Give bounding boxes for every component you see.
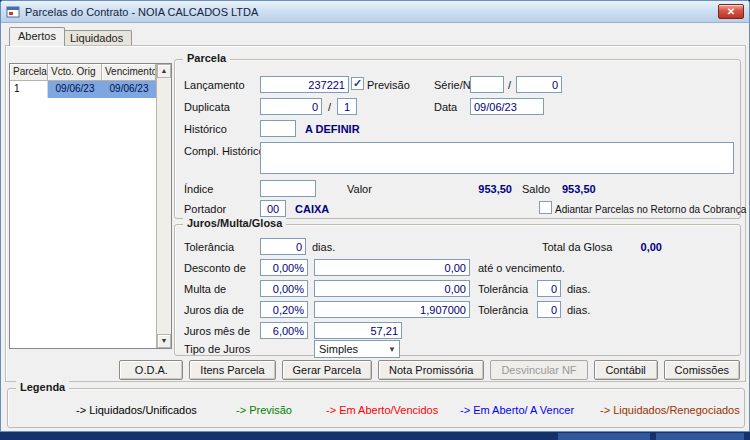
lancamento-label: Lançamento [184, 79, 245, 92]
multa-value-input[interactable] [314, 280, 470, 297]
juros-dia-value-input[interactable] [314, 301, 470, 318]
grid-cell-vencimento[interactable]: 09/06/23 [102, 81, 156, 98]
tipo-juros-label: Tipo de Juros [184, 343, 250, 356]
multa-pct-input[interactable] [260, 280, 308, 297]
previsao-checkbox[interactable]: ✓ [351, 77, 364, 90]
tolerancia-dias-suffix: dias. [312, 241, 335, 254]
legend-group: Legenda -> Liquidados/Unificados -> Prev… [7, 388, 745, 428]
duplicata-seq-input[interactable] [337, 98, 357, 115]
tolerancia-input[interactable] [260, 238, 306, 255]
juros-dia-tolerancia-input[interactable] [537, 301, 561, 318]
historico-description: A DEFINIR [305, 123, 360, 136]
scroll-down-icon[interactable]: ▼ [157, 334, 171, 348]
grid-vertical-scrollbar[interactable]: ▲ ▼ [156, 64, 171, 348]
close-button[interactable]: ✕ [718, 4, 744, 19]
comissoes-button[interactable]: Comissões [664, 360, 740, 380]
tipo-juros-value: Simples [319, 343, 358, 355]
app-icon [6, 5, 20, 19]
multa-label: Multa de [184, 283, 226, 296]
gerar-parcela-button[interactable]: Gerar Parcela [282, 360, 372, 380]
saldo-label: Saldo [522, 183, 550, 196]
total-glosa-value: 0,00 [582, 241, 662, 254]
grid-cell-vcto-orig[interactable]: 09/06/23 [48, 81, 102, 98]
legend-item-em-aberto-a-vencer: -> Em Aberto/ A Vencer [460, 404, 574, 416]
parcela-group: Parcela Lançamento ✓ Previsão Série/NF /… [174, 59, 741, 219]
serie-nf-separator: / [508, 79, 511, 92]
juros-dia-tolerancia-label: Tolerância [478, 304, 528, 317]
tab-liquidados[interactable]: Liquidados [61, 30, 132, 45]
legend-item-liquidados-renegociados: -> Liquidados/Renegociados [600, 404, 740, 416]
legend-item-previsao: -> Previsão [236, 404, 292, 416]
portador-description: CAIXA [295, 203, 329, 216]
tab-abertos[interactable]: Abertos [9, 27, 65, 46]
titlebar[interactable]: Parcelas do Contrato - NOIA CALCADOS LTD… [1, 1, 749, 23]
multa-tolerancia-label: Tolerância [478, 283, 528, 296]
serie-input[interactable] [470, 76, 504, 93]
desktop: Parcelas do Contrato - NOIA CALCADOS LTD… [0, 0, 750, 440]
juros-mes-label: Juros mês de [184, 325, 250, 338]
historico-label: Histórico [184, 123, 227, 136]
desvincular-nf-button: Desvincular NF [490, 360, 587, 380]
juros-group-title: Juros/Multa/Glosa [183, 217, 286, 229]
legend-group-title: Legenda [16, 381, 69, 393]
window-title: Parcelas do Contrato - NOIA CALCADOS LTD… [25, 6, 258, 18]
indice-input[interactable] [260, 180, 316, 197]
dropdown-arrow-icon: ▼ [388, 345, 396, 354]
indice-label: Índice [184, 183, 213, 196]
desconto-pct-input[interactable] [260, 259, 308, 276]
juros-dia-pct-input[interactable] [260, 301, 308, 318]
compl-historico-label: Compl. Histórico [184, 145, 265, 158]
duplicata-input[interactable] [260, 98, 322, 115]
tipo-juros-select[interactable]: Simples ▼ [314, 340, 400, 358]
grid-col-parcela[interactable]: Parcela [10, 64, 48, 81]
scroll-up-icon[interactable]: ▲ [157, 64, 171, 78]
juros-mes-value-input[interactable] [314, 322, 402, 339]
historico-code-input[interactable] [260, 120, 296, 137]
nota-promissoria-button[interactable]: Nota Promissória [378, 360, 484, 380]
background-window-strip [558, 433, 650, 440]
data-input[interactable] [470, 98, 544, 115]
contabil-button[interactable]: Contábil [594, 360, 658, 380]
juros-mes-pct-input[interactable] [260, 322, 308, 339]
juros-group: Juros/Multa/Glosa Tolerância dias. Total… [174, 224, 741, 356]
button-bar: O.D.A. Itens Parcela Gerar Parcela Nota … [11, 360, 740, 380]
parcela-group-title: Parcela [183, 52, 230, 64]
grid-header: Parcela Vcto. Orig Vencimento [10, 64, 171, 81]
dialog-window: Parcelas do Contrato - NOIA CALCADOS LTD… [0, 0, 750, 432]
juros-dia-label: Juros dia de [184, 304, 244, 317]
lancamento-input[interactable] [260, 76, 349, 93]
desconto-label: Desconto de [184, 262, 246, 275]
multa-dias-suffix: dias. [567, 283, 590, 296]
adiantar-label: Adiantar Parcelas no Retorno da Cobrança [555, 203, 746, 216]
grid-col-vcto-orig[interactable]: Vcto. Orig [48, 64, 102, 81]
grid-cell-parcela[interactable]: 1 [10, 81, 48, 98]
grid-row-selected[interactable]: 1 09/06/23 09/06/23 [10, 81, 171, 98]
legend-item-em-aberto-vencidos: -> Em Aberto/Vencidos [326, 404, 438, 416]
juros-dia-dias-suffix: dias. [567, 304, 590, 317]
legend-item-liquidados-unificados: -> Liquidados/Unificados [76, 404, 197, 416]
background-window-strip [656, 433, 744, 440]
compl-historico-input[interactable] [260, 142, 734, 174]
saldo-value: 953,50 [562, 183, 596, 196]
data-label: Data [434, 101, 457, 114]
oda-button[interactable]: O.D.A. [119, 360, 183, 380]
itens-parcela-button[interactable]: Itens Parcela [189, 360, 275, 380]
adiantar-checkbox[interactable] [539, 201, 552, 214]
valor-value: 953,50 [412, 183, 512, 196]
portador-input[interactable] [260, 200, 286, 217]
desconto-value-input[interactable] [314, 259, 470, 276]
duplicata-separator: / [328, 101, 331, 114]
nf-input[interactable] [516, 76, 562, 93]
duplicata-label: Duplicata [184, 101, 230, 114]
valor-label: Valor [347, 183, 372, 196]
previsao-label: Previsão [367, 79, 410, 92]
tolerancia-label: Tolerância [184, 241, 234, 254]
desconto-suffix: até o vencimento. [478, 262, 565, 275]
portador-label: Portador [184, 203, 226, 216]
parcelas-grid: Parcela Vcto. Orig Vencimento 1 09/06/23… [9, 63, 172, 349]
multa-tolerancia-input[interactable] [537, 280, 561, 297]
grid-col-vencimento[interactable]: Vencimento [102, 64, 156, 81]
